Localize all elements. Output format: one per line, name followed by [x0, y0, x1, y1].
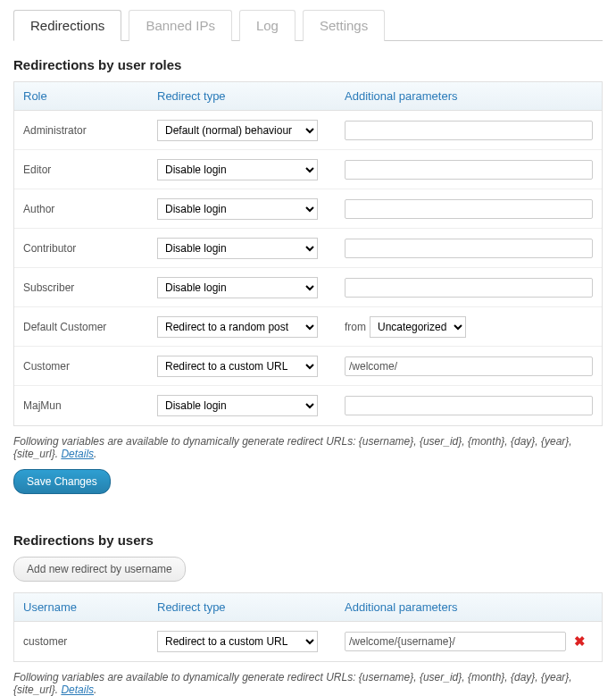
table-row: SubscriberDisable login	[14, 268, 602, 307]
role-name: Customer	[23, 360, 157, 373]
username-value: customer	[23, 635, 157, 648]
help-text-users: Following variables are available to dyn…	[13, 671, 603, 696]
role-name: Administrator	[23, 124, 157, 137]
role-name: Contributor	[23, 242, 157, 255]
tab-redirections[interactable]: Redirections	[13, 10, 121, 41]
role-name: Default Customer	[23, 321, 157, 333]
users-table: Username Redirect type Additional parame…	[13, 592, 603, 662]
table-row: ContributorDisable login	[14, 229, 602, 268]
role-name: Author	[23, 203, 157, 215]
tab-settings[interactable]: Settings	[303, 10, 385, 41]
header-additional-params: Additional parameters	[345, 600, 566, 614]
redirect-type-select[interactable]: Disable login	[157, 198, 318, 220]
table-row: EditorDisable login	[14, 150, 602, 189]
table-row: customerRedirect to a custom URL✖	[14, 622, 602, 661]
add-redirect-by-username-button[interactable]: Add new redirect by username	[13, 557, 186, 582]
redirect-type-select[interactable]: Redirect to a random post	[157, 316, 318, 338]
header-redirect-type: Redirect type	[157, 600, 345, 614]
table-row: Default CustomerRedirect to a random pos…	[14, 307, 602, 347]
param-input	[345, 160, 593, 180]
table-row: CustomerRedirect to a custom URL	[14, 347, 602, 386]
role-name: MajMun	[23, 399, 157, 412]
roles-table: Role Redirect type Additional parameters…	[13, 81, 603, 426]
table-row: AdministratorDefault (normal) behaviour	[14, 111, 602, 150]
tab-log[interactable]: Log	[239, 10, 296, 41]
section-roles-title: Redirections by user roles	[13, 57, 603, 72]
redirect-type-select[interactable]: Redirect to a custom URL	[157, 631, 318, 652]
section-users-title: Redirections by users	[13, 532, 603, 548]
redirect-type-select[interactable]: Disable login	[157, 238, 318, 259]
param-category-select[interactable]: Uncategorized	[370, 316, 466, 338]
param-prefix: from	[345, 321, 366, 333]
redirect-type-select[interactable]: Disable login	[157, 277, 318, 298]
param-input	[345, 199, 593, 219]
roles-table-header: Role Redirect type Additional parameters	[14, 82, 602, 111]
table-row: MajMunDisable login	[14, 386, 602, 425]
delete-icon[interactable]: ✖	[574, 633, 586, 649]
users-table-header: Username Redirect type Additional parame…	[14, 593, 602, 622]
redirect-type-select[interactable]: Disable login	[157, 395, 318, 416]
save-changes-button[interactable]: Save Changes	[13, 469, 111, 494]
param-input	[345, 239, 593, 258]
role-name: Subscriber	[23, 281, 157, 294]
redirect-type-select[interactable]: Redirect to a custom URL	[157, 356, 318, 377]
help-text-roles: Following variables are available to dyn…	[13, 435, 603, 460]
redirect-type-select[interactable]: Default (normal) behaviour	[157, 120, 318, 141]
header-redirect-type: Redirect type	[157, 89, 345, 103]
header-role: Role	[23, 89, 157, 103]
param-input	[345, 278, 593, 298]
details-link[interactable]: Details	[61, 683, 94, 696]
param-input[interactable]	[345, 356, 593, 376]
header-additional-params: Additional parameters	[345, 89, 593, 103]
role-name: Editor	[23, 164, 157, 176]
tab-bar: RedirectionsBanned IPsLogSettings	[13, 9, 603, 41]
details-link[interactable]: Details	[61, 448, 94, 460]
redirect-type-select[interactable]: Disable login	[157, 159, 318, 180]
header-username: Username	[23, 600, 157, 614]
param-input[interactable]	[345, 632, 566, 651]
param-input	[345, 121, 593, 140]
tab-banned-ips[interactable]: Banned IPs	[129, 10, 232, 41]
table-row: AuthorDisable login	[14, 189, 602, 229]
param-input	[345, 396, 593, 415]
